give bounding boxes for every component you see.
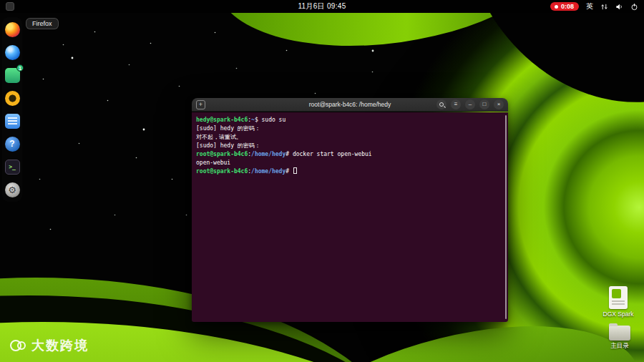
terminal-line: [sudo] hedy 的密码： [196, 142, 504, 150]
power-icon[interactable] [630, 3, 638, 11]
minimize-icon: – [469, 102, 472, 107]
input-method-indicator[interactable]: 英 [586, 1, 593, 11]
terminal-line: root@spark-b4c6:/home/hedy# docker start… [196, 150, 504, 159]
firefox-icon [5, 22, 20, 37]
terminal-line: root@spark-b4c6:/home/hedy# [196, 167, 504, 176]
folder-icon [609, 326, 630, 341]
terminal-text: 对不起，请重试。 [196, 134, 242, 140]
terminal-icon: >_ [5, 160, 20, 175]
terminal-text: $ sudo su [255, 117, 286, 123]
watermark-logo [9, 336, 27, 355]
record-dot-icon [555, 5, 558, 9]
recording-time: 0:08 [561, 3, 574, 10]
files-icon [5, 114, 20, 129]
network-icon[interactable] [600, 3, 608, 11]
terminal-line: hedy@spark-b4c6:~$ sudo su [196, 116, 504, 124]
volume-icon[interactable] [615, 3, 623, 11]
document-icon [609, 286, 628, 309]
dock-tooltip: Firefox [26, 18, 59, 29]
dock-item-software-center[interactable] [4, 89, 21, 107]
clock[interactable]: 11月6日 09:45 [298, 1, 346, 11]
software-center-icon [5, 91, 20, 106]
top-bar: 11月6日 09:45 0:08 英 [0, 0, 644, 13]
minimize-button[interactable]: – [465, 99, 475, 109]
topbar-app-indicator[interactable] [6, 2, 14, 11]
terminal-text: open-webui [196, 160, 230, 166]
terminal-titlebar[interactable]: + root@spark-b4c6: /home/hedy ≡ – □ × [192, 98, 508, 112]
desktop-icon-home[interactable]: 主目录 [607, 326, 633, 350]
menu-button[interactable]: ≡ [451, 99, 461, 109]
dock-item-file-manager[interactable]: 1 [4, 67, 21, 84]
search-icon [439, 102, 444, 107]
terminal-text: [sudo] hedy 的密码： [196, 142, 260, 149]
terminal-line: 对不起，请重试。 [196, 133, 504, 142]
dock-item-firefox[interactable] [4, 21, 21, 38]
search-button[interactable] [436, 99, 447, 109]
dock: 1?>_⚙ [2, 17, 22, 202]
recording-indicator[interactable]: 0:08 [550, 2, 579, 11]
icon-label: DGX Spark [602, 310, 634, 318]
dock-item-files[interactable] [4, 112, 21, 129]
new-tab-button[interactable]: + [196, 100, 205, 109]
window-title: root@spark-b4c6: /home/hedy [309, 101, 391, 108]
icon-label: 主目录 [607, 342, 633, 350]
dock-item-browser[interactable] [4, 44, 21, 61]
terminal-output[interactable]: hedy@spark-b4c6:~$ sudo su[sudo] hedy 的密… [192, 112, 508, 322]
watermark: 大数跨境 [9, 336, 89, 355]
dock-item-settings[interactable]: ⚙ [4, 181, 21, 198]
terminal-text: hedy@spark-b4c6 [196, 117, 248, 123]
terminal-text: /home/hedy [251, 168, 286, 175]
terminal-text: # [286, 168, 293, 175]
terminal-cursor [293, 167, 297, 174]
dock-item-terminal[interactable]: >_ [4, 158, 21, 175]
settings-icon: ⚙ [5, 182, 20, 197]
terminal-window[interactable]: + root@spark-b4c6: /home/hedy ≡ – □ × [192, 98, 508, 322]
terminal-text: root@spark-b4c6 [196, 151, 248, 157]
terminal-line: open-webui [196, 159, 504, 167]
watermark-text: 大数跨境 [31, 337, 89, 354]
dock-item-help[interactable]: ? [4, 135, 21, 152]
plus-icon: + [199, 101, 203, 108]
terminal-text: [sudo] hedy 的密码： [196, 125, 260, 132]
terminal-text: # docker start open-webui [286, 151, 371, 157]
terminal-scrollbar[interactable] [505, 115, 507, 319]
terminal-text: root@spark-b4c6 [196, 168, 248, 175]
desktop: 11月6日 09:45 0:08 英 1?>_⚙ Firefox + [0, 0, 644, 362]
maximize-button[interactable]: □ [479, 99, 489, 109]
close-button[interactable]: × [494, 99, 504, 109]
menu-icon: ≡ [454, 102, 458, 107]
notification-badge: 1 [16, 64, 24, 72]
close-icon: × [497, 102, 501, 107]
maximize-icon: □ [483, 102, 487, 107]
terminal-text: /home/hedy [251, 151, 286, 157]
browser-icon [5, 45, 20, 60]
terminal-line: [sudo] hedy 的密码： [196, 124, 504, 133]
desktop-icon-dgx-spark[interactable]: DGX Spark [602, 286, 634, 318]
help-icon: ? [5, 137, 20, 152]
